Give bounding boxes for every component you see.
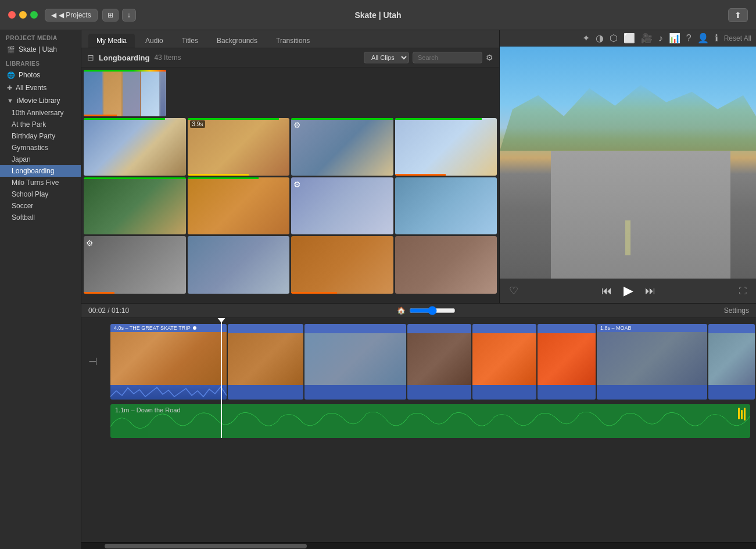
grid-view-button[interactable]: ⊞: [102, 9, 119, 22]
view-toggle-icon[interactable]: ⊟: [87, 53, 94, 62]
clip-thumb-4-3[interactable]: [291, 236, 393, 294]
volume-tool[interactable]: ♪: [658, 33, 663, 44]
clip-grid: 3.9s ⚙: [81, 67, 499, 303]
close-button[interactable]: [8, 11, 16, 19]
titlebar-right: ⬆: [728, 8, 748, 22]
clip1-title: 4.0s – THE GREAT SKATE TRIP: [114, 325, 191, 331]
tab-my-media[interactable]: My Media: [88, 34, 135, 48]
fullscreen-button[interactable]: ⛶: [739, 286, 747, 295]
favorite-button[interactable]: ♡: [509, 284, 518, 297]
clip-thumb-4-1[interactable]: ⚙: [84, 236, 186, 294]
skip-back-button[interactable]: ⏮: [601, 285, 612, 297]
timeline-scrollbar[interactable]: [81, 542, 756, 549]
clip-thumb-3-2[interactable]: [188, 177, 290, 235]
clip-thumb-3-1[interactable]: [84, 177, 186, 235]
sidebar-item-soccer[interactable]: Soccer: [0, 200, 81, 212]
sidebar-item-photos[interactable]: 🌐 Photos: [1, 69, 80, 81]
clip-thumb-2-1[interactable]: [84, 118, 186, 176]
zoom-controls: 🏠: [397, 306, 456, 315]
track-area: ⊣ 4.0s – THE GREAT SKATE TRIP: [81, 318, 756, 438]
saturation-tool[interactable]: ⬡: [610, 33, 618, 44]
clip-thumb-2-2[interactable]: 3.9s: [188, 118, 290, 176]
timeline-header: 00:02 / 01:10 🏠 Settings: [81, 304, 756, 318]
video-clip-7[interactable]: 1.8s – MOAB: [597, 324, 707, 400]
photos-label: Photos: [19, 71, 40, 79]
video-clip-8[interactable]: [708, 324, 755, 400]
libraries-section-label: LIBRARIES: [0, 56, 81, 69]
clip-thumb-4-4[interactable]: [395, 236, 497, 294]
sidebar-item-gymnastics[interactable]: Gymnastics: [0, 142, 81, 154]
timeline-settings-button[interactable]: Settings: [724, 306, 749, 315]
zoom-slider[interactable]: [409, 306, 456, 315]
item-count: 43 Items: [154, 54, 181, 62]
maximize-button[interactable]: [30, 11, 38, 19]
video-clip-1[interactable]: 4.0s – THE GREAT SKATE TRIP: [110, 324, 227, 400]
settings-icon[interactable]: ⚙: [486, 53, 493, 62]
library-arrow-icon: ▼: [7, 97, 13, 104]
video-clip-6[interactable]: [538, 324, 596, 400]
info-tool[interactable]: ℹ: [715, 33, 718, 44]
sidebar-item-japan[interactable]: Japan: [0, 154, 81, 165]
sidebar-item-imovie-library[interactable]: ▼ iMovie Library: [1, 94, 80, 107]
sidebar-item-all-events[interactable]: ✚ All Events: [1, 81, 80, 94]
download-button[interactable]: ↓: [122, 9, 136, 22]
timeline-section: 00:02 / 01:10 🏠 Settings ⊣: [81, 304, 756, 549]
video-clip-5[interactable]: [472, 324, 536, 400]
tab-transitions[interactable]: Transitions: [268, 34, 318, 48]
search-input[interactable]: [413, 52, 482, 63]
sidebar-item-longboarding[interactable]: Longboarding: [0, 165, 81, 177]
minimize-button[interactable]: [19, 11, 27, 19]
video-clip-3[interactable]: [304, 324, 406, 400]
playhead-head: [217, 318, 226, 323]
sidebar-item-birthday-party[interactable]: Birthday Party: [0, 130, 81, 142]
equalizer-tool[interactable]: 📊: [669, 33, 680, 44]
projects-button[interactable]: ◀ ◀ Projects: [45, 9, 98, 22]
sidebar-item-school-play[interactable]: School Play: [0, 188, 81, 200]
content-area: My Media Audio Titles Backgrounds Transi…: [81, 30, 756, 549]
play-button[interactable]: ▶: [624, 283, 633, 298]
video-clip-4[interactable]: [407, 324, 471, 400]
clip-thumb-3-3[interactable]: ⚙: [291, 177, 393, 235]
noise-reduction-tool[interactable]: ?: [686, 33, 691, 44]
imovie-library-label: iMovie Library: [17, 97, 60, 105]
skip-forward-button[interactable]: ⏭: [645, 285, 655, 297]
preview-video: [500, 47, 756, 279]
track-start-handle[interactable]: ⊣: [88, 355, 98, 368]
preview-pane: ✦ ◑ ⬡ ⬜ 🎥 ♪ 📊 ? 👤 ℹ Reset All: [500, 30, 756, 303]
sidebar-item-10th-anniversary[interactable]: 10th Anniversary: [0, 107, 81, 119]
traffic-lights: [0, 11, 38, 19]
sidebar-item-at-the-park[interactable]: At the Park: [0, 119, 81, 130]
share-button[interactable]: ⬆: [728, 8, 748, 22]
speed-tool[interactable]: 👤: [697, 33, 709, 44]
tab-titles[interactable]: Titles: [174, 34, 206, 48]
clip-thumb-3-4[interactable]: [395, 177, 497, 235]
clip-thumb-wide-1[interactable]: [84, 70, 166, 116]
media-toolbar: ⊟ Longboarding 43 Items All Clips ⚙: [81, 48, 499, 67]
zoom-icon: 🏠: [397, 306, 406, 315]
audio-end-marker: [738, 408, 746, 420]
color-tool[interactable]: ◑: [596, 33, 604, 44]
preview-controls: ♡ ⏮ ▶ ⏭ ⛶: [500, 279, 756, 303]
sidebar-item-project[interactable]: 🎬 Skate | Utah: [1, 43, 80, 56]
tab-audio[interactable]: Audio: [137, 34, 171, 48]
sidebar-item-softball[interactable]: Softball: [0, 212, 81, 223]
clip-settings-icon-2: ⚙: [293, 180, 301, 189]
audio-track-label: 1.1m – Down the Road: [115, 407, 181, 413]
sidebar-item-milo-turns-five[interactable]: Milo Turns Five: [0, 177, 81, 188]
clip-thumb-4-2[interactable]: [188, 236, 290, 294]
audio-track[interactable]: 1.1m – Down the Road: [110, 404, 750, 438]
clips-filter[interactable]: All Clips: [364, 52, 409, 63]
back-icon: ◀: [51, 11, 56, 19]
stabilize-tool[interactable]: 🎥: [641, 33, 653, 44]
clip-thumb-2-3[interactable]: ⚙: [291, 118, 393, 176]
all-events-icon: ✚: [7, 84, 12, 92]
reset-all-button[interactable]: Reset All: [724, 34, 751, 42]
tab-backgrounds[interactable]: Backgrounds: [209, 34, 266, 48]
clip-settings-icon-3: ⚙: [86, 238, 94, 248]
video-clip-2[interactable]: [228, 324, 303, 400]
magic-wand-tool[interactable]: ✦: [582, 33, 590, 44]
crop-tool[interactable]: ⬜: [624, 33, 635, 44]
main-layout: PROJECT MEDIA 🎬 Skate | Utah LIBRARIES 🌐…: [0, 30, 756, 549]
clip-thumb-2-4[interactable]: [395, 118, 497, 176]
project-name: Skate | Utah: [19, 45, 57, 54]
